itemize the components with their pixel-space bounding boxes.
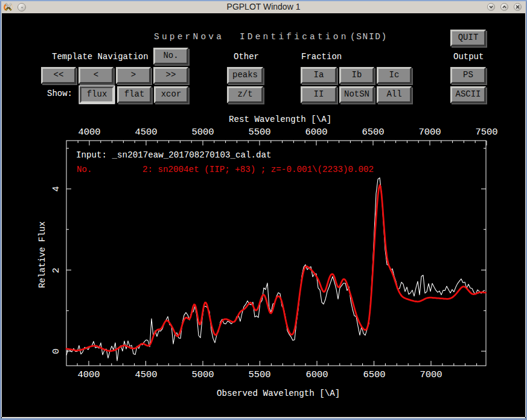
svg-text:Relative Flux: Relative Flux [37, 221, 47, 288]
svg-text:6500: 6500 [363, 369, 385, 380]
svg-text:Rest Wavelength [\A]: Rest Wavelength [\A] [229, 115, 331, 124]
svg-text:Observed Wavelength [\A]: Observed Wavelength [\A] [217, 389, 340, 398]
svg-text:6500: 6500 [362, 127, 384, 138]
svg-text:7500: 7500 [475, 127, 497, 138]
svg-text:5000: 5000 [191, 127, 214, 138]
svg-text:2: sn2004et (IIP; +83) ; z=-0.: 2: sn2004et (IIP; +83) ; z=-0.001\(2233)… [142, 165, 374, 174]
svg-text:4000: 4000 [78, 127, 100, 138]
svg-text:6000: 6000 [305, 369, 328, 380]
svg-text:5000: 5000 [191, 369, 214, 380]
svg-text:Input: _sn2017eaw_201708270103: Input: _sn2017eaw_201708270103_cal.dat [76, 150, 272, 160]
svg-text:4500: 4500 [135, 369, 157, 380]
svg-text:4000: 4000 [77, 369, 100, 380]
svg-text:6000: 6000 [305, 127, 327, 138]
svg-text:2: 2 [51, 267, 62, 273]
svg-text:4500: 4500 [135, 127, 157, 138]
svg-text:4: 4 [51, 186, 62, 191]
svg-text:0: 0 [51, 348, 62, 354]
svg-text:5500: 5500 [248, 369, 270, 380]
svg-text:5500: 5500 [248, 127, 270, 138]
svg-text:7000: 7000 [420, 369, 442, 380]
svg-text:7000: 7000 [418, 127, 441, 138]
svg-text:No.: No. [77, 165, 92, 174]
